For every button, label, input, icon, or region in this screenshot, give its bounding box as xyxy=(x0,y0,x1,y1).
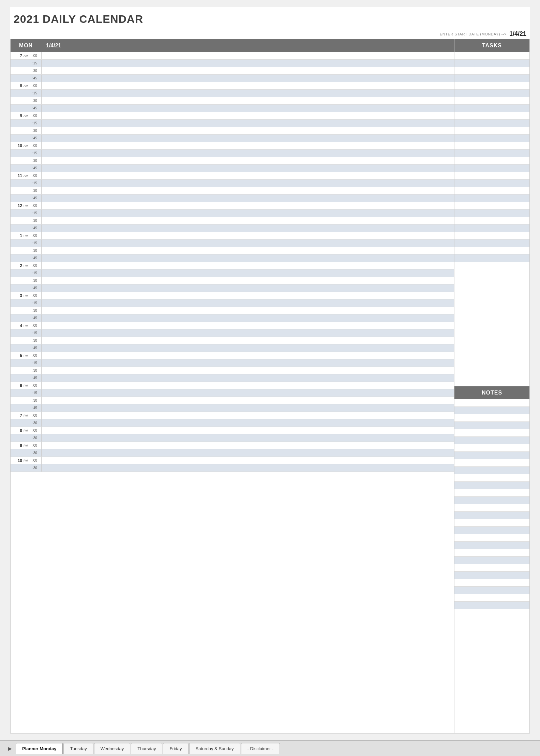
time-row[interactable]: 2PM:00 xyxy=(11,262,454,269)
note-row[interactable] xyxy=(454,512,529,519)
event-cell[interactable] xyxy=(41,67,454,74)
note-row[interactable] xyxy=(454,452,529,459)
event-cell[interactable] xyxy=(41,382,454,389)
time-row[interactable]: :30 xyxy=(11,187,454,195)
task-row[interactable] xyxy=(454,142,529,150)
event-cell[interactable] xyxy=(41,180,454,187)
time-row[interactable]: :15 xyxy=(11,60,454,67)
event-cell[interactable] xyxy=(41,299,454,307)
event-cell[interactable] xyxy=(41,210,454,217)
event-cell[interactable] xyxy=(41,329,454,337)
time-row[interactable]: :30 xyxy=(11,247,454,254)
event-cell[interactable] xyxy=(41,337,454,344)
tab-saturday--sunday[interactable]: Saturday & Sunday xyxy=(189,743,240,754)
task-row[interactable] xyxy=(454,97,529,105)
event-cell[interactable] xyxy=(41,217,454,224)
tab-thursday[interactable]: Thursday xyxy=(131,743,162,754)
time-row[interactable]: :30 xyxy=(11,397,454,404)
event-cell[interactable] xyxy=(41,397,454,404)
time-row[interactable]: 1PM:00 xyxy=(11,232,454,240)
tab-friday[interactable]: Friday xyxy=(163,743,188,754)
task-row[interactable] xyxy=(454,195,529,202)
time-row[interactable]: :30 xyxy=(11,464,454,472)
tab---disclaimer--[interactable]: - Disclaimer - xyxy=(241,743,280,754)
time-row[interactable]: :15 xyxy=(11,90,454,97)
event-cell[interactable] xyxy=(41,90,454,97)
time-row[interactable]: 10AM:00 xyxy=(11,142,454,150)
tab-wednesday[interactable]: Wednesday xyxy=(94,743,130,754)
event-cell[interactable] xyxy=(41,374,454,382)
note-row[interactable] xyxy=(454,489,529,497)
time-row[interactable]: 11AM:00 xyxy=(11,172,454,180)
task-row[interactable] xyxy=(454,67,529,75)
event-cell[interactable] xyxy=(41,359,454,367)
time-row[interactable]: :15 xyxy=(11,299,454,307)
time-row[interactable]: :15 xyxy=(11,150,454,157)
time-row[interactable]: 8PM:00 xyxy=(11,427,454,434)
event-cell[interactable] xyxy=(41,367,454,374)
time-row[interactable]: :45 xyxy=(11,195,454,202)
event-cell[interactable] xyxy=(41,225,454,232)
time-row[interactable]: :45 xyxy=(11,284,454,292)
event-cell[interactable] xyxy=(41,142,454,149)
note-row[interactable] xyxy=(454,459,529,467)
time-row[interactable]: :45 xyxy=(11,374,454,382)
note-row[interactable] xyxy=(454,519,529,527)
tab-tuesday[interactable]: Tuesday xyxy=(63,743,93,754)
event-cell[interactable] xyxy=(41,344,454,352)
time-row[interactable]: 8AM:00 xyxy=(11,82,454,90)
task-row[interactable] xyxy=(454,180,529,187)
event-cell[interactable] xyxy=(41,202,454,209)
note-row[interactable] xyxy=(454,542,529,549)
note-row[interactable] xyxy=(454,407,529,414)
time-row[interactable]: 5PM:00 xyxy=(11,352,454,359)
time-row[interactable]: 3PM:00 xyxy=(11,292,454,299)
time-row[interactable]: :30 xyxy=(11,67,454,75)
task-row[interactable] xyxy=(454,82,529,90)
event-cell[interactable] xyxy=(41,165,454,172)
time-row[interactable]: :15 xyxy=(11,120,454,127)
note-row[interactable] xyxy=(454,474,529,482)
event-cell[interactable] xyxy=(41,120,454,127)
task-row[interactable] xyxy=(454,254,529,262)
event-cell[interactable] xyxy=(41,157,454,164)
event-cell[interactable] xyxy=(41,150,454,157)
note-row[interactable] xyxy=(454,437,529,444)
task-row[interactable] xyxy=(454,120,529,127)
time-row[interactable]: :15 xyxy=(11,329,454,337)
note-row[interactable] xyxy=(454,414,529,422)
task-row[interactable] xyxy=(454,52,529,60)
time-row[interactable]: :45 xyxy=(11,225,454,232)
event-cell[interactable] xyxy=(41,52,454,59)
note-row[interactable] xyxy=(454,572,529,579)
time-row[interactable]: 12PM:00 xyxy=(11,202,454,210)
task-row[interactable] xyxy=(454,112,529,120)
event-cell[interactable] xyxy=(41,314,454,322)
time-row[interactable]: 7PM:00 xyxy=(11,412,454,419)
note-row[interactable] xyxy=(454,557,529,564)
note-row[interactable] xyxy=(454,527,529,534)
time-row[interactable]: :30 xyxy=(11,97,454,105)
time-row[interactable]: :30 xyxy=(11,307,454,314)
event-cell[interactable] xyxy=(41,322,454,329)
event-cell[interactable] xyxy=(41,127,454,134)
note-row[interactable] xyxy=(454,594,529,602)
note-row[interactable] xyxy=(454,564,529,572)
event-cell[interactable] xyxy=(41,427,454,434)
time-row[interactable]: 9PM:00 xyxy=(11,442,454,449)
note-row[interactable] xyxy=(454,549,529,557)
task-row[interactable] xyxy=(454,90,529,97)
time-row[interactable]: :15 xyxy=(11,389,454,397)
time-row[interactable]: :45 xyxy=(11,105,454,112)
event-cell[interactable] xyxy=(41,419,454,427)
task-row[interactable] xyxy=(454,165,529,172)
event-cell[interactable] xyxy=(41,404,454,412)
note-row[interactable] xyxy=(454,467,529,474)
event-cell[interactable] xyxy=(41,254,454,262)
event-cell[interactable] xyxy=(41,172,454,179)
time-row[interactable]: :30 xyxy=(11,157,454,165)
time-row[interactable]: :30 xyxy=(11,419,454,427)
note-row[interactable] xyxy=(454,504,529,512)
task-row[interactable] xyxy=(454,60,529,67)
event-cell[interactable] xyxy=(41,464,454,472)
